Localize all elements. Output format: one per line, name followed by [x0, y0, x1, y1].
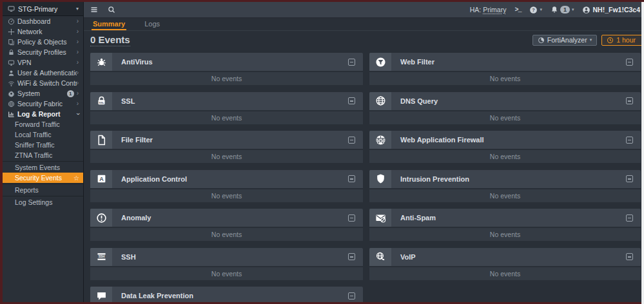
collapse-icon[interactable]: [348, 253, 355, 260]
event-card-header[interactable]: VoIP: [369, 248, 641, 266]
external-link-icon[interactable]: [197, 292, 204, 299]
event-card-status: No events: [90, 267, 363, 280]
wifi-icon: [8, 80, 15, 87]
sidebar-item-security-profiles[interactable]: Security Profiles›: [3, 47, 83, 57]
external-link-icon[interactable]: [473, 176, 480, 182]
sidebar-item-ztna-traffic[interactable]: ZTNA Traffic: [3, 150, 83, 160]
sidebar-item-vpn[interactable]: VPN›: [3, 57, 83, 68]
ha-value[interactable]: Primary: [483, 6, 506, 14]
event-card-ssh: SSH SSH No events: [90, 248, 363, 280]
event-card-header[interactable]: Web Filter: [369, 53, 641, 71]
scrollbar[interactable]: [641, 2, 644, 304]
sidebar-item-user-authentication[interactable]: User & Authentication›: [3, 68, 83, 78]
help-icon[interactable]: ?: [529, 6, 538, 14]
event-card-header[interactable]: Anomaly: [90, 209, 363, 227]
event-card-title: SSL: [121, 97, 135, 105]
network-icon: [8, 28, 15, 35]
cards-column-left: AntiVirus No events SSL SSL No events Fi…: [90, 53, 363, 302]
bell-icon[interactable]: [551, 6, 558, 14]
tab-logs[interactable]: Logs: [143, 18, 161, 30]
event-card-header[interactable]: SSL SSL: [90, 92, 363, 110]
svg-text:SSL: SSL: [99, 101, 104, 104]
event-card-header[interactable]: Data Leak Prevention: [90, 287, 363, 302]
count-badge: 1: [67, 90, 74, 97]
svg-text:A: A: [99, 176, 104, 182]
collapse-icon[interactable]: [348, 137, 355, 144]
external-link-icon[interactable]: [438, 59, 445, 65]
external-link-icon[interactable]: [157, 59, 163, 65]
event-card-application-control: A Application Control No events: [90, 170, 363, 202]
sidebar-item-system-events[interactable]: System Events: [3, 162, 83, 173]
sidebar-item-label: VPN: [17, 59, 77, 66]
main-area: HA: Primary >_ ? ▾ 1 ▾ NH!: [84, 2, 641, 302]
event-card-header[interactable]: Anti-Spam: [369, 209, 641, 227]
sidebar-item-system[interactable]: System1›: [3, 88, 83, 99]
sidebar-item-wifi-switch-controller[interactable]: WiFi & Switch Controller›: [3, 78, 83, 88]
event-card-title: VoIP: [400, 253, 416, 261]
device-selector[interactable]: STG-Primary ▾: [3, 2, 83, 16]
event-card-header[interactable]: AntiVirus: [90, 53, 363, 71]
tab-summary[interactable]: Summary: [92, 18, 126, 30]
external-link-icon[interactable]: [191, 176, 197, 182]
event-card-status: No events: [90, 228, 363, 241]
event-card-header[interactable]: Intrusion Prevention: [369, 170, 641, 188]
ha-status[interactable]: HA: Primary: [470, 6, 507, 14]
search-icon[interactable]: [108, 6, 115, 14]
fortianalyzer-button[interactable]: FortiAnalyzer ▾: [532, 35, 597, 46]
collapse-icon[interactable]: [348, 97, 355, 104]
collapse-icon[interactable]: [626, 97, 633, 104]
vpn-icon: [8, 59, 15, 66]
event-card-header[interactable]: SSH SSH: [90, 248, 363, 266]
event-card-header[interactable]: Web Application Firewall: [369, 131, 641, 149]
collapse-icon[interactable]: [348, 59, 355, 66]
event-card-header[interactable]: DNS Query: [369, 92, 641, 110]
hamburger-icon[interactable]: [90, 6, 98, 14]
external-link-icon[interactable]: [139, 98, 145, 104]
web-filter-icon: [375, 57, 386, 68]
cli-console-icon[interactable]: >_: [514, 6, 521, 14]
event-card-header[interactable]: File Filter: [90, 131, 363, 149]
notifications-menu[interactable]: 1 ▾: [551, 6, 574, 14]
collapse-icon[interactable]: [626, 175, 633, 182]
event-card-title: Web Application Firewall: [400, 136, 484, 144]
external-link-icon[interactable]: [157, 137, 163, 143]
external-link-icon[interactable]: [442, 98, 448, 104]
sidebar-item-network[interactable]: Network›: [3, 26, 83, 37]
sidebar-item-forward-traffic[interactable]: Forward Traffic: [3, 119, 83, 129]
tab-bar: Summary Logs: [84, 18, 641, 31]
collapse-icon[interactable]: [348, 175, 355, 182]
user-menu[interactable]: NH!_Fw1!C3c4: [582, 6, 640, 14]
help-menu[interactable]: ? ▾: [529, 6, 542, 14]
external-link-icon[interactable]: [488, 137, 494, 143]
log-report-icon: [8, 111, 15, 118]
collapse-icon[interactable]: [626, 137, 633, 144]
sidebar-item-local-traffic[interactable]: Local Traffic: [3, 129, 83, 140]
sidebar-item-label: WiFi & Switch Controller: [17, 79, 77, 87]
collapse-icon[interactable]: [626, 59, 633, 66]
collapse-icon[interactable]: [626, 214, 633, 222]
sidebar-item-label: Log & Report: [17, 110, 77, 118]
star-icon[interactable]: ☆: [73, 175, 79, 182]
time-range-button[interactable]: 1 hour: [601, 35, 641, 46]
collapse-icon[interactable]: [348, 214, 355, 222]
device-icon: [8, 5, 15, 12]
external-link-icon[interactable]: [440, 214, 446, 221]
external-link-icon[interactable]: [140, 254, 146, 260]
sidebar-item-reports[interactable]: Reports: [3, 185, 83, 195]
external-link-icon[interactable]: [420, 254, 426, 260]
external-link-icon[interactable]: [155, 214, 161, 221]
sidebar-item-security-events[interactable]: Security Events☆: [3, 173, 83, 183]
event-card-header[interactable]: A Application Control: [90, 170, 363, 188]
collapse-icon[interactable]: [348, 292, 355, 299]
sidebar-item-dashboard[interactable]: Dashboard›: [3, 16, 83, 26]
sidebar-item-log-settings[interactable]: Log Settings: [3, 197, 83, 207]
collapse-icon[interactable]: [626, 253, 633, 260]
event-card-web-filter: Web Filter No events: [369, 53, 641, 85]
sidebar-item-policy-objects[interactable]: Policy & Objects›: [3, 37, 83, 47]
event-card-data-leak-prevention: Data Leak Prevention No events: [90, 287, 363, 302]
sidebar-item-sniffer-traffic[interactable]: Sniffer Traffic: [3, 140, 83, 150]
ssh-icon: SSH: [96, 251, 107, 262]
fortigate-window: STG-Primary ▾ Dashboard›Network›Policy &…: [0, 0, 644, 304]
sidebar-item-security-fabric[interactable]: Security Fabric›: [3, 99, 83, 109]
sidebar-item-log-report[interactable]: Log & Report›: [3, 109, 83, 119]
